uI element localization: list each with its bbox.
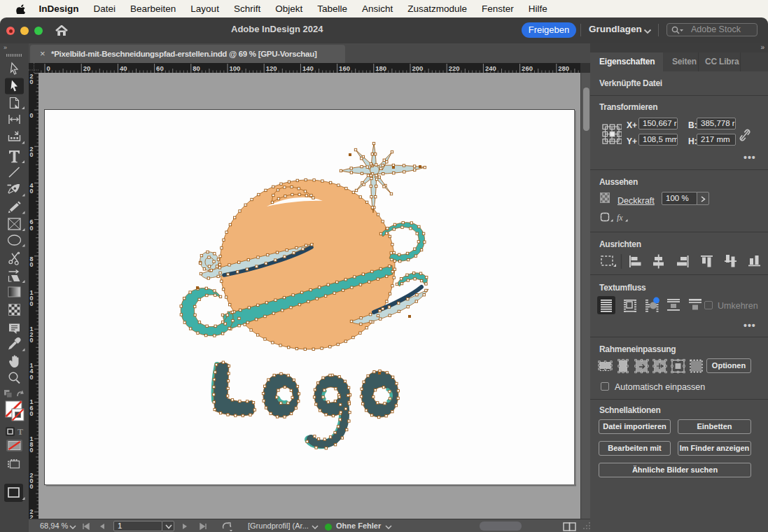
svg-text:260: 260 [522,64,533,72]
svg-text:140: 140 [302,64,314,72]
svg-text:0: 0 [30,374,34,381]
svg-text:80: 80 [193,64,200,72]
svg-text:0: 0 [30,483,34,490]
svg-text:»: » [4,44,7,51]
svg-text:0: 0 [30,261,34,268]
svg-text:T: T [18,427,23,437]
svg-text:280: 280 [558,64,569,72]
svg-text:160: 160 [339,64,350,72]
svg-text:0: 0 [30,78,34,85]
svg-text:fx: fx [617,213,623,223]
svg-text:0: 0 [30,112,34,119]
svg-text:0: 0 [30,300,34,307]
svg-text:0: 0 [30,225,34,232]
svg-text:60: 60 [156,64,164,72]
svg-text:2: 2 [30,514,34,519]
svg-text:220: 220 [449,64,460,72]
svg-text:120: 120 [266,64,277,72]
svg-text:20: 20 [83,64,91,72]
svg-text:0: 0 [30,447,34,454]
svg-text:200: 200 [412,64,424,72]
svg-text:0: 0 [47,64,50,72]
svg-text:0: 0 [30,410,34,417]
svg-text:0: 0 [30,337,34,344]
svg-text:240: 240 [485,64,496,72]
svg-text:40: 40 [120,64,127,72]
svg-text:100: 100 [230,64,241,72]
svg-text:0: 0 [30,151,34,158]
svg-text:0: 0 [30,188,34,195]
svg-text:180: 180 [375,64,386,72]
